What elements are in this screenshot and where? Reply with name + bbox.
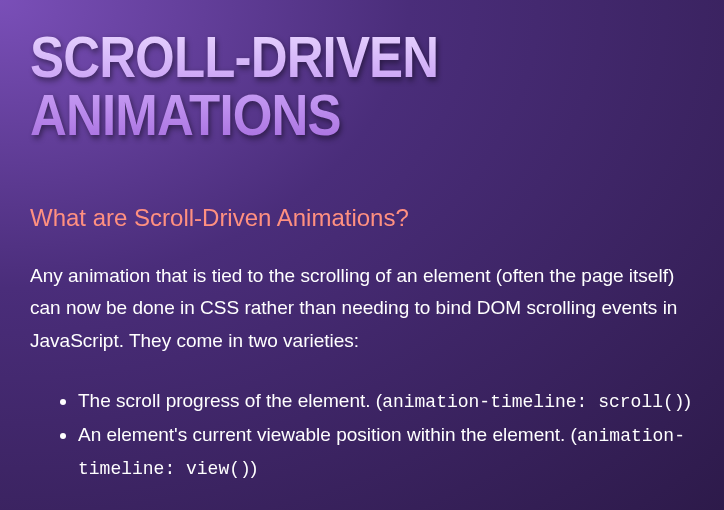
list-text: The scroll progress of the element. (	[78, 390, 382, 411]
section-heading: What are Scroll-Driven Animations?	[30, 204, 694, 232]
list-item: An element's current viewable position w…	[78, 419, 694, 484]
intro-paragraph: Any animation that is tied to the scroll…	[30, 260, 694, 357]
page-title: SCROLL-DRIVEN ANIMATIONS	[30, 28, 614, 144]
code-snippet: animation-timeline: scroll()	[382, 392, 684, 412]
list-item: The scroll progress of the element. (ani…	[78, 385, 694, 418]
list-text: An element's current viewable position w…	[78, 424, 577, 445]
list-text-after: )	[251, 457, 257, 478]
bullet-list: The scroll progress of the element. (ani…	[30, 385, 694, 485]
list-text-after: )	[685, 390, 691, 411]
